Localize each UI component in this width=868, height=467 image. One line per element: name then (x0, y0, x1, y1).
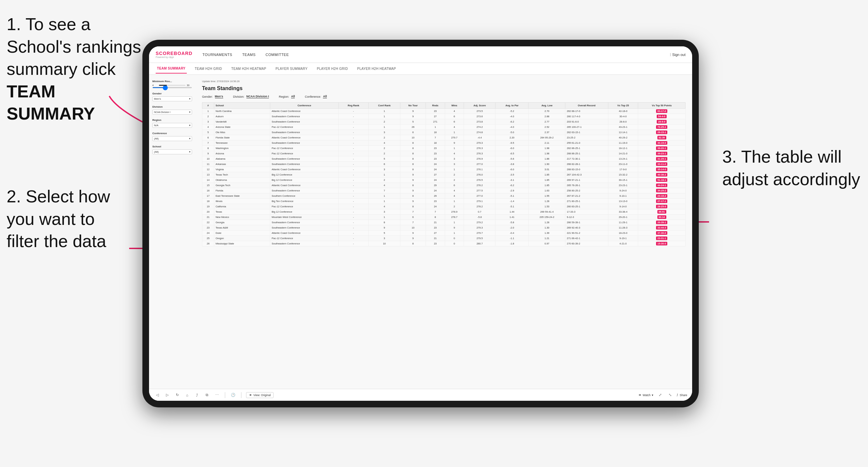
table-cell: 0.97 (529, 241, 565, 246)
toolbar-share[interactable]: ⤴ (194, 392, 200, 399)
table-cell: 8 (400, 156, 426, 162)
instruction-2-line3: filter the data (7, 231, 106, 251)
table-row[interactable]: 10AlabamaSoutheastern Conference-5823327… (203, 156, 685, 162)
table-cell: 1 (445, 230, 464, 236)
table-row[interactable]: 9ArizonaPac-12 Conference-28234276.3-6.5… (203, 151, 685, 156)
table-row[interactable]: 15Georgia TechAtlantic Coast Conference-… (203, 183, 685, 188)
view-original-label: View: Original (253, 394, 271, 397)
toolbar-forward[interactable]: ▷ (164, 392, 170, 399)
table-cell: 43-23-1 (608, 125, 638, 130)
table-row[interactable]: 11ArkansasSoutheastern Conference-682432… (203, 162, 685, 167)
table-cell: 279.3 (464, 141, 495, 146)
col-avg-low[interactable]: Avg. Low (529, 103, 565, 108)
table-row[interactable]: 22GeorgiaSoutheastern Conference-8721127… (203, 220, 685, 225)
nav-tournaments[interactable]: TOURNAMENTS (203, 53, 232, 57)
filter-conference-value[interactable]: All (323, 95, 327, 98)
filter-gender-value[interactable]: Men's (215, 95, 223, 98)
filter-region-value[interactable]: All (291, 95, 295, 98)
sidebar-conference-label: Conference (152, 132, 192, 135)
chevron-down-icon-3: ▾ (189, 124, 190, 127)
slider-bar[interactable] (159, 85, 185, 86)
table-row[interactable]: 13Texas TechBig 12 Conference-19272276.0… (203, 172, 685, 178)
table-row[interactable]: 19CaliforniaPac-12 Conference-48242278.2… (203, 204, 685, 209)
slider-input[interactable] (152, 87, 192, 88)
view-original-button[interactable]: 👁 View: Original (246, 392, 274, 398)
col-no-tour[interactable]: No Tour (400, 103, 426, 108)
instruction-2: 2. Select how you want to filter the dat… (7, 185, 132, 253)
col-vs-top25[interactable]: Vs Top 25 (608, 103, 638, 108)
nav-committee[interactable]: COMMITTEE (266, 53, 289, 57)
watch-button[interactable]: 👁 Watch ▾ (639, 394, 654, 397)
col-wins[interactable]: Wins (445, 103, 464, 108)
table-row[interactable]: 6Florida StateAtlantic Coast Conference-… (203, 135, 685, 141)
toolbar-refresh[interactable]: ↻ (174, 392, 181, 399)
table-cell: - (338, 188, 368, 193)
toolbar-back[interactable]: ◁ (154, 392, 161, 399)
col-conf-rank[interactable]: Conf Rank (368, 103, 400, 108)
sidebar-region-select[interactable]: N/A ▾ (152, 123, 192, 128)
table-cell: -1.1 (495, 236, 529, 241)
tab-team-h2h-grid[interactable]: TEAM H2H GRID (193, 64, 223, 73)
nav-sign-out[interactable]: Sign out (672, 53, 685, 57)
col-reg-rank[interactable]: Reg Rank (338, 103, 368, 108)
table-cell: Atlantic Coast Conference (270, 135, 338, 141)
sidebar-division-select[interactable]: NCAA Division I ▾ (152, 110, 192, 115)
table-row[interactable]: 16FloridaSoutheastern Conference-7924427… (203, 188, 685, 193)
toolbar-expand[interactable]: ⤢ (657, 392, 663, 399)
col-avg-par[interactable]: Avg. to Par (495, 103, 529, 108)
table-cell: 4 (368, 183, 400, 188)
toolbar-clock[interactable]: 🕐 (230, 392, 237, 399)
table-row[interactable]: 26Mississippi StateSoutheastern Conferen… (203, 241, 685, 246)
table-cell: 4 (368, 204, 400, 209)
table-cell: 1 (426, 125, 445, 130)
table-row[interactable]: 20TexasBig 12 Conference-377278.90.71.44… (203, 209, 685, 215)
col-adj-score[interactable]: Adj. Score (464, 103, 495, 108)
table-cell: 262 88-17-0 (565, 108, 608, 114)
chevron-down-icon-2: ▾ (189, 111, 190, 114)
table-cell: 24 (426, 178, 445, 183)
table-row[interactable]: 4Arizona StatePac-12 Conference-12614274… (203, 125, 685, 130)
col-rnds[interactable]: Rnds (426, 103, 445, 108)
table-row[interactable]: 14OklahomaBig 12 Conference-29242276.5-3… (203, 178, 685, 183)
col-school[interactable]: School (214, 103, 270, 108)
table-row[interactable]: 17East Tennessee StateSouthern Conferenc… (203, 193, 685, 199)
toolbar-copy[interactable]: ⧉ (204, 392, 210, 399)
table-row[interactable]: 2AuburnSoutheastern Conference-19276273.… (203, 114, 685, 119)
sidebar-gender-select[interactable]: Men's ▾ (152, 96, 192, 101)
tab-player-summary[interactable]: PLAYER SUMMARY (274, 64, 309, 73)
table-cell: 279.7 (464, 230, 495, 236)
tab-player-h2h-heatmap[interactable]: PLAYER H2H HEATMAP (356, 64, 397, 73)
table-cell: 26 (400, 125, 426, 130)
table-row[interactable]: 1North CarolinaAtlantic Coast Conference… (203, 108, 685, 114)
table-row[interactable]: 5Ole MissSoutheastern Conference-3618127… (203, 130, 685, 135)
col-conference[interactable]: Conference (270, 103, 338, 108)
table-row[interactable]: 12VirginiaAtlantic Coast Conference-3824… (203, 167, 685, 172)
sidebar-school-select[interactable]: (All) ▾ (152, 149, 192, 154)
table-cell: - (338, 199, 368, 204)
table-cell: 8 (368, 220, 400, 225)
toolbar-more[interactable]: ⋯ (214, 392, 220, 399)
table-row[interactable]: 23Texas A&MSoutheastern Conference-91023… (203, 225, 685, 230)
table-cell: - (338, 225, 368, 230)
tab-team-summary[interactable]: TEAM SUMMARY (156, 64, 187, 73)
nav-teams[interactable]: TEAMS (242, 53, 255, 57)
table-row[interactable]: 18IllinoisBig Ten Conference-19231279.1-… (203, 199, 685, 204)
table-row[interactable]: 8WashingtonPac-12 Conference-28231276.3-… (203, 146, 685, 151)
share-button[interactable]: ⤴ Share (677, 394, 687, 397)
col-overall-record[interactable]: Overall Record (565, 103, 608, 108)
sidebar-conference-select[interactable]: (All) ▾ (152, 136, 192, 141)
tab-player-h2h-grid[interactable]: PLAYER H2H GRID (316, 64, 349, 73)
table-row[interactable]: 3VanderbiltSoutheastern Conference-25271… (203, 119, 685, 125)
table-row[interactable]: 21New MexicoMountain West Conference-168… (203, 215, 685, 220)
table-row[interactable]: 25OregonPac-12 Conference-39210279.5-1.1… (203, 236, 685, 241)
col-vs-top50[interactable]: Vs Top 50 Points (638, 103, 685, 108)
filter-division-value[interactable]: NCAA Division I (246, 95, 269, 98)
table-row[interactable]: 24DukeAtlantic Coast Conference-59271279… (203, 230, 685, 236)
table-cell: Atlantic Coast Conference (270, 183, 338, 188)
tab-team-h2h-heatmap[interactable]: TEAM H2H HEATMAP (230, 64, 268, 73)
toolbar-home[interactable]: ⌂ (184, 392, 190, 399)
col-rank[interactable]: # (203, 103, 214, 108)
filters-row: Gender: Men's Division: NCAA Division I … (202, 95, 685, 98)
toolbar-resize[interactable]: ⤡ (666, 392, 673, 399)
table-row[interactable]: 7TennesseeSoutheastern Conference-481892… (203, 141, 685, 146)
